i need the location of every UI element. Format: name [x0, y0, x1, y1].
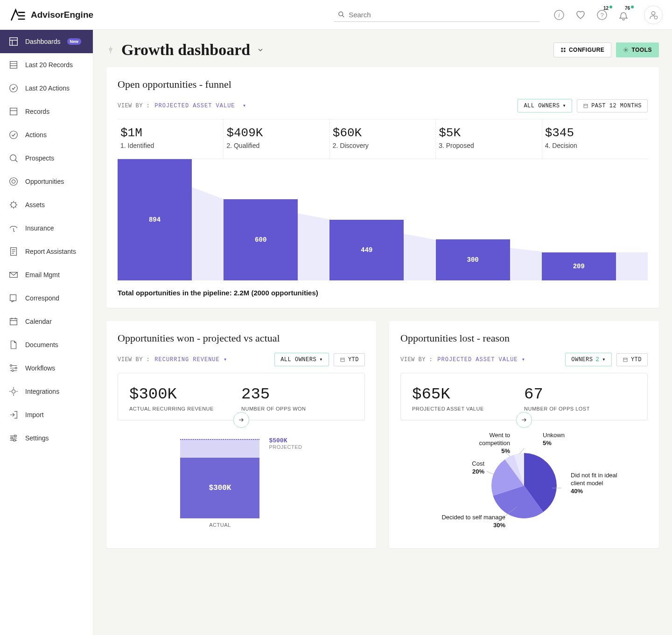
configure-button[interactable]: CONFIGURE [553, 42, 612, 57]
brand-name: AdvisorEngine [31, 10, 93, 20]
sidebar-item-last20records[interactable]: Last 20 Records [0, 53, 93, 77]
sidebar-item-label: Integrations [25, 388, 59, 395]
pie-label-self: Decided to self manage30% [421, 514, 505, 530]
projected-bar [180, 439, 259, 458]
lost-range-dropdown[interactable]: YTD [616, 353, 648, 366]
calendar-icon [623, 357, 628, 363]
sidebar-item-opportunities[interactable]: Opportunities [0, 170, 93, 193]
lost-asset-value-label: PROJECTED ASSET VALUE [412, 406, 524, 412]
view-by-label: VIEW BY : [118, 356, 150, 363]
sidebar-item-import[interactable]: Import [0, 403, 93, 426]
svg-rect-8 [10, 38, 18, 46]
svg-rect-31 [561, 50, 563, 52]
sidebar-item-label: Calendar [25, 318, 52, 325]
sidebar-item-label: Insurance [25, 224, 54, 232]
user-icon [648, 10, 658, 20]
svg-rect-32 [564, 50, 566, 52]
svg-text:i: i [559, 12, 560, 19]
records-icon [8, 60, 19, 70]
svg-point-0 [339, 12, 343, 16]
tools-label: TOOLS [631, 47, 652, 53]
svg-rect-35 [341, 358, 344, 362]
calendar-icon [8, 316, 19, 327]
sidebar-item-label: Report Assistants [25, 248, 76, 255]
svg-rect-9 [10, 62, 17, 69]
sidebar-item-label: Opportunities [25, 178, 64, 185]
pin-icon[interactable] [106, 46, 115, 54]
heart-icon[interactable] [575, 9, 586, 21]
arrow-right-icon [238, 416, 245, 424]
view-by-dropdown[interactable]: PROJECTED ASSET VALUE ▾ [154, 102, 246, 109]
sidebar-item-emailmgmt[interactable]: Email Mgmt [0, 263, 93, 286]
funnel-stage-4: $5K 3. Proposed [436, 119, 542, 159]
svg-rect-36 [623, 358, 627, 362]
view-by-label: VIEW BY : [118, 103, 150, 109]
search-input[interactable] [349, 11, 536, 19]
svg-point-13 [10, 155, 16, 161]
sidebar-item-calendar[interactable]: Calendar [0, 310, 93, 333]
tools-button[interactable]: TOOLS [616, 42, 659, 57]
sidebar-item-insurance[interactable]: Insurance [0, 216, 93, 240]
svg-point-24 [12, 370, 14, 372]
calendar-icon [340, 357, 345, 363]
funnel-stage-2: $409K 2. Qualified [224, 119, 329, 159]
expand-button[interactable] [516, 412, 532, 428]
svg-rect-26 [14, 435, 16, 437]
sidebar-item-records[interactable]: Records [0, 100, 93, 123]
page-header: Growth dashboard CONFIGURE TOOLS [106, 41, 659, 59]
sidebar-item-workflows[interactable]: Workflows [0, 356, 93, 380]
svg-point-16 [12, 180, 15, 183]
opportunities-lost-card: Opportunities lost - reason VIEW BY : PR… [389, 321, 659, 548]
svg-point-15 [10, 178, 18, 186]
user-avatar[interactable] [644, 6, 663, 24]
sidebar-item-documents[interactable]: Documents [0, 333, 93, 356]
svg-point-10 [10, 84, 18, 92]
sidebar-item-assets[interactable]: Assets [0, 193, 93, 216]
lost-viewby-dropdown[interactable]: PROJECTED ASSET VALUE ▾ [437, 356, 525, 363]
sidebar-item-correspond[interactable]: Correspond [0, 286, 93, 310]
mail-icon [8, 270, 19, 280]
sidebar-item-label: Workflows [25, 364, 55, 372]
sidebar-item-label: Records [25, 108, 49, 115]
page-title: Growth dashboard [121, 41, 250, 59]
sidebar-item-last20actions[interactable]: Last 20 Actions [0, 77, 93, 100]
svg-point-12 [10, 131, 18, 139]
sidebar-item-label: Correspond [25, 294, 59, 302]
logo-icon [9, 7, 26, 23]
pie-label-fit: Did not fit in ideal client model40% [571, 472, 622, 495]
integrations-icon [8, 386, 19, 397]
dashboard-icon [8, 36, 19, 47]
funnel-stage-1: $1M 1. Identified [118, 119, 224, 159]
records2-icon [8, 106, 19, 117]
chevron-down-icon[interactable] [257, 46, 264, 54]
expand-button[interactable] [233, 412, 249, 428]
sidebar-item-label: Documents [25, 341, 58, 349]
won-viewby-dropdown[interactable]: RECURRING REVENUE ▾ [154, 356, 227, 363]
search-icon [338, 11, 345, 18]
help-icon[interactable]: ? 12 [596, 9, 608, 21]
sidebar-item-prospects[interactable]: Prospects [0, 147, 93, 170]
lost-count: 67 [524, 385, 636, 403]
sidebar-item-reportassistants[interactable]: Report Assistants [0, 240, 93, 263]
owners-dropdown[interactable]: ALL OWNERS ▾ [518, 99, 572, 112]
pie-label-unknown: Unkown5% [543, 432, 580, 447]
global-search[interactable] [334, 8, 539, 22]
date-range-dropdown[interactable]: PAST 12 MONTHS [577, 99, 648, 112]
sidebar-item-label: Import [25, 411, 44, 419]
pie-label-cost: Cost20% [456, 460, 484, 476]
won-range-dropdown[interactable]: YTD [334, 353, 365, 366]
sidebar-item-actions[interactable]: Actions [0, 123, 93, 147]
help-badge: 12 [603, 6, 609, 11]
won-owners-dropdown[interactable]: ALL OWNERS ▾ [274, 353, 329, 366]
lost-owners-dropdown[interactable]: OWNERS 2 ▾ [565, 353, 612, 366]
bell-icon[interactable]: 76 [618, 9, 629, 21]
info-icon[interactable]: i [553, 9, 565, 21]
content-area: Growth dashboard CONFIGURE TOOLS Open op… [93, 30, 672, 635]
arrow-right-icon [520, 416, 528, 424]
calendar-icon [583, 103, 588, 109]
sidebar-item-integrations[interactable]: Integrations [0, 380, 93, 403]
svg-point-22 [10, 365, 12, 367]
sidebar-item-settings[interactable]: Settings [0, 426, 93, 450]
sidebar-item-label: Actions [25, 131, 47, 139]
sidebar-item-dashboards[interactable]: Dashboards New [0, 30, 93, 53]
